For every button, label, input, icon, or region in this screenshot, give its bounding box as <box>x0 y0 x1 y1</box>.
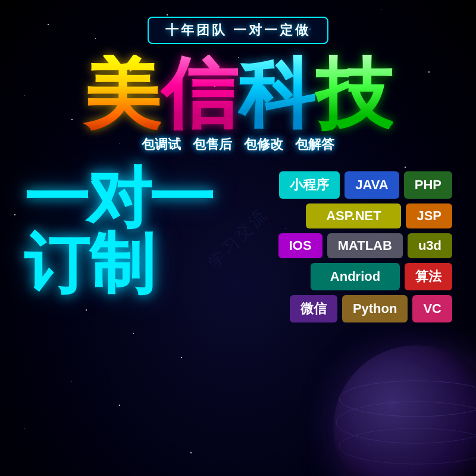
title-char-ji: 技 <box>315 55 393 132</box>
tag-u3d: u3d <box>408 233 452 258</box>
main-title: 美 信 科 技 <box>83 55 393 132</box>
tag-aspnet: ASP.NET <box>306 203 401 228</box>
sub-item-4: 包解答 <box>295 136 334 154</box>
tag-vc: VC <box>412 295 452 322</box>
bottom-section: 一对一 订制 小程序 JAVA PHP <box>0 165 476 322</box>
tag-jsp: JSP <box>406 203 452 228</box>
tag-ios: IOS <box>278 233 322 258</box>
right-tags: 小程序 JAVA PHP ASP.NET JSP <box>278 171 452 322</box>
main-content: 十年团队 一对一定做 美 信 科 技 包调试 包售后 包修改 包解答 一对一 订… <box>0 0 476 476</box>
tag-weixin: 微信 <box>290 295 337 322</box>
sub-item-1: 包调试 <box>142 136 181 154</box>
title-char-ke: 科 <box>238 55 315 132</box>
tag-row-2: ASP.NET JSP <box>278 203 452 228</box>
top-banner: 十年团队 一对一定做 <box>148 17 328 44</box>
tag-python: Python <box>342 295 408 322</box>
background: 学习交流 十年团队 一对一定做 美 信 科 技 包调试 包售后 包修改 包解答 … <box>0 0 476 476</box>
top-banner-text: 十年团队 一对一定做 <box>165 23 311 37</box>
tag-xiaochengxu: 小程序 <box>279 171 340 199</box>
big-char-line1: 一对一 <box>24 165 211 231</box>
title-char-mei: 美 <box>83 55 161 132</box>
tag-row-1: 小程序 JAVA PHP <box>278 171 452 199</box>
big-char-line2: 订制 <box>24 231 155 296</box>
sub-item-3: 包修改 <box>244 136 283 154</box>
sub-item-2: 包售后 <box>193 136 232 154</box>
tag-php: PHP <box>404 171 452 199</box>
tag-suanfa: 算法 <box>405 263 452 290</box>
tag-row-5: 微信 Python VC <box>278 295 452 322</box>
tag-matlab: MATLAB <box>327 233 403 258</box>
tag-row-3: IOS MATLAB u3d <box>278 233 452 258</box>
sub-text: 包调试 包售后 包修改 包解答 <box>142 136 334 154</box>
tag-java: JAVA <box>345 171 399 199</box>
tag-row-4: Andriod 算法 <box>278 263 452 290</box>
tag-android: Andriod <box>311 263 400 290</box>
left-big-text: 一对一 订制 <box>24 165 211 322</box>
title-char-xin: 信 <box>161 55 238 132</box>
